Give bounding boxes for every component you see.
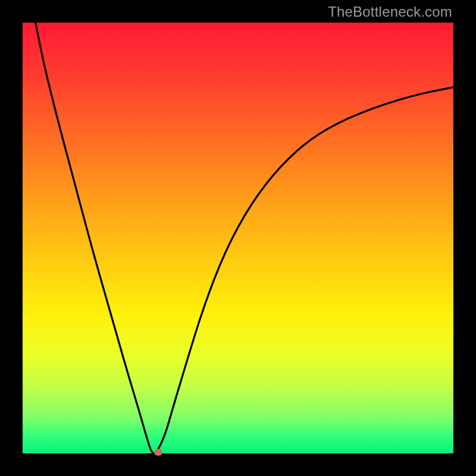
plot-area [23,23,453,453]
minimum-marker-dot [154,449,162,456]
curve-svg [23,23,453,453]
watermark-text: TheBottleneck.com [328,4,452,20]
bottleneck-curve [36,23,453,453]
chart-frame: TheBottleneck.com [0,0,476,476]
